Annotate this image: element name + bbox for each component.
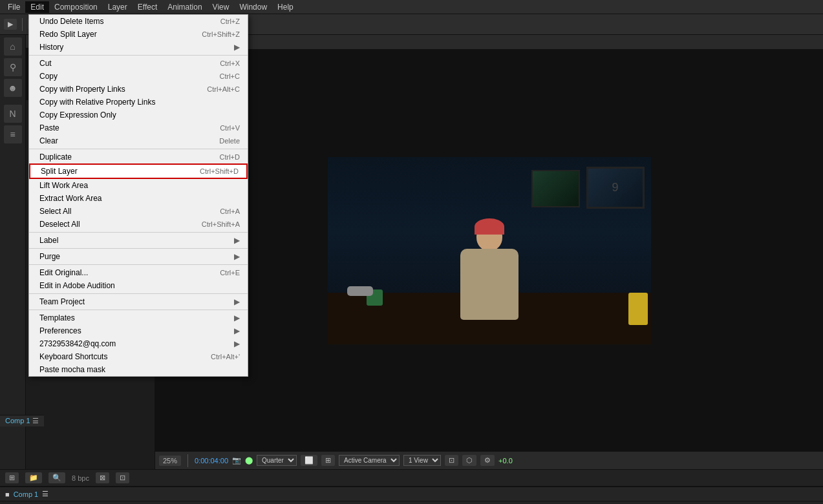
menu-item-label-copy-expression: Copy Expression Only [39, 110, 116, 120]
menu-arrow-label: ▶ [234, 236, 240, 245]
menu-item-extract[interactable]: Extract Work Area [29, 192, 248, 205]
comp-sep1 [187, 454, 188, 467]
menu-item-team-project[interactable]: Team Project ▶ [29, 295, 248, 308]
menu-item-label-select-all: Select All [39, 207, 71, 216]
menu-sep-2 [29, 149, 248, 149]
menu-item-label-clear: Clear [39, 136, 58, 145]
menu-item-label[interactable]: Label ▶ [29, 234, 248, 247]
menu-layer[interactable]: Layer [103, 1, 133, 13]
menu-item-label-duplicate: Duplicate [39, 152, 72, 162]
menu-item-lift[interactable]: Lift Work Area [29, 179, 248, 192]
comp-monitor-btn[interactable]: ⬜ [301, 455, 317, 466]
menu-sep-6 [29, 293, 248, 294]
menu-file[interactable]: File [3, 1, 25, 13]
tool-home[interactable]: ⌂ [4, 37, 22, 56]
menu-edit[interactable]: Edit [25, 1, 49, 13]
menu-sep-3 [29, 232, 248, 233]
timeline-controls: 0:00:04:00 00:00(23.976 fps) 🔍 ⇌ ⟳ ◆ 📈 ⊕ [0, 501, 823, 504]
menu-item-label-undo: Undo Delete Items [39, 17, 103, 26]
menu-arrow-templates: ▶ [234, 313, 240, 322]
comp-bottom-toolbar: 25% 0:00:04:00 📷 ⬤ Quarter ⬜ ⊞ Active Ca… [155, 451, 823, 469]
menu-item-select-all[interactable]: Select All Ctrl+A [29, 205, 248, 218]
comp-grid-btn[interactable]: ⊞ [321, 455, 335, 466]
menu-shortcut-copy-property: Ctrl+Alt+C [207, 85, 240, 93]
menu-item-label-copy-relative: Copy with Relative Property Links [39, 98, 155, 107]
comp-layout-select[interactable]: 1 View [403, 455, 441, 466]
person-silhouette [438, 215, 541, 344]
comp-bottom-icon: ☰ [32, 417, 39, 425]
tool-person[interactable]: ☻ [4, 79, 22, 97]
menu-item-clear[interactable]: Clear Delete [29, 134, 248, 147]
menu-sep-4 [29, 248, 248, 249]
menu-item-copy-property[interactable]: Copy with Property Links Ctrl+Alt+C [29, 83, 248, 96]
menu-shortcut-redo: Ctrl+Shift+Z [202, 30, 240, 38]
menu-item-label-purge: Purge [39, 252, 60, 261]
menu-shortcut-split-layer: Ctrl+Shift+D [200, 167, 239, 175]
menu-help[interactable]: Help [272, 1, 299, 13]
status-new-comp[interactable]: ⊞ [5, 472, 19, 483]
timeline-menu-icon[interactable]: ☰ [42, 490, 48, 498]
menu-item-undo[interactable]: Undo Delete Items Ctrl+Z [29, 15, 248, 28]
menu-item-preferences[interactable]: Preferences ▶ [29, 324, 248, 337]
menu-item-label-edit-audition: Edit in Adobe Audition [39, 281, 115, 290]
menu-item-paste-mocha[interactable]: Paste mocha mask [29, 363, 248, 376]
menu-window[interactable]: Window [234, 1, 272, 13]
menu-item-copy[interactable]: Copy Ctrl+C [29, 70, 248, 83]
comp-view-select[interactable]: Active Camera [339, 455, 400, 466]
menu-effect[interactable]: Effect [133, 1, 162, 13]
menu-item-history[interactable]: History ▶ [29, 41, 248, 54]
menu-item-edit-original[interactable]: Edit Original... Ctrl+E [29, 266, 248, 279]
comp-fit-btn[interactable]: 25% [159, 456, 181, 466]
menu-item-deselect-all[interactable]: Deselect All Ctrl+Shift+A [29, 218, 248, 231]
comp-channels-btn[interactable]: ⚙ [480, 455, 495, 466]
menu-shortcut-copy: Ctrl+C [220, 72, 240, 80]
menu-item-label-copy-property: Copy with Property Links [39, 85, 125, 94]
menu-item-redo[interactable]: Redo Split Layer Ctrl+Shift+Z [29, 28, 248, 41]
menu-item-label-keyboard-shortcuts: Keyboard Shortcuts [39, 352, 107, 361]
menu-animation[interactable]: Animation [162, 1, 207, 13]
menu-item-paste[interactable]: Paste Ctrl+V [29, 121, 248, 134]
menu-view[interactable]: View [208, 1, 235, 13]
comp-render-btn[interactable]: ⊡ [445, 455, 458, 466]
menu-item-edit-audition[interactable]: Edit in Adobe Audition [29, 279, 248, 292]
menu-shortcut-clear: Delete [219, 137, 240, 145]
comp-export-btn[interactable]: ⬡ [462, 455, 476, 466]
toolbar-separator-1 [22, 18, 23, 31]
menu-item-cut[interactable]: Cut Ctrl+X [29, 57, 248, 70]
timeline-comp-name: Comp 1 [14, 490, 39, 498]
status-btn2[interactable]: ⊠ [96, 472, 109, 483]
menu-item-purge[interactable]: Purge ▶ [29, 250, 248, 263]
tool-layers[interactable]: ≡ [4, 125, 22, 143]
status-folder[interactable]: 📁 [25, 472, 42, 483]
left-tool-panel: ⌂ ⚲ ☻ N ≡ [0, 35, 26, 469]
toolbar-arrow-tool[interactable]: ▶ [4, 19, 17, 30]
menu-composition[interactable]: Composition [49, 1, 103, 13]
menu-shortcut-duplicate: Ctrl+D [220, 153, 240, 161]
menu-item-split-layer[interactable]: Split Layer Ctrl+Shift+D [29, 163, 248, 179]
tool-info[interactable]: N [4, 105, 22, 123]
menu-item-copy-expression[interactable]: Copy Expression Only [29, 109, 248, 121]
menu-sep-7 [29, 310, 248, 310]
menu-shortcut-cut: Ctrl+X [220, 59, 240, 67]
menu-item-keyboard-shortcuts[interactable]: Keyboard Shortcuts Ctrl+Alt+' [29, 350, 248, 363]
menu-item-label-redo: Redo Split Layer [39, 30, 97, 39]
status-btn3[interactable]: ⊡ [116, 472, 129, 483]
comp-bottom-name: Comp 1 [5, 417, 30, 425]
comp-timecode: 0:00:04:00 [195, 457, 228, 465]
monitor-right: 9 [586, 167, 645, 209]
menu-item-label-label: Label [39, 236, 58, 245]
menu-item-account[interactable]: 2732953842@qq.com ▶ [29, 337, 248, 350]
tool-search[interactable]: ⚲ [4, 58, 22, 76]
status-bar: ⊞ 📁 🔍 8 bpc ⊠ ⊡ [0, 469, 823, 486]
comp-plus-value: +0.0 [498, 457, 513, 465]
menu-item-duplicate[interactable]: Duplicate Ctrl+D [29, 151, 248, 163]
monitor-left [531, 170, 580, 207]
menu-item-templates[interactable]: Templates ▶ [29, 311, 248, 324]
menu-arrow-account: ▶ [234, 339, 240, 348]
menu-item-label-history: History [39, 43, 63, 52]
menu-item-label-cut: Cut [39, 59, 52, 68]
status-import[interactable]: 🔍 [48, 472, 65, 483]
menu-item-copy-relative[interactable]: Copy with Relative Property Links [29, 96, 248, 109]
menu-item-label-paste: Paste [39, 123, 59, 132]
comp-quality-select[interactable]: Quarter [257, 455, 297, 466]
